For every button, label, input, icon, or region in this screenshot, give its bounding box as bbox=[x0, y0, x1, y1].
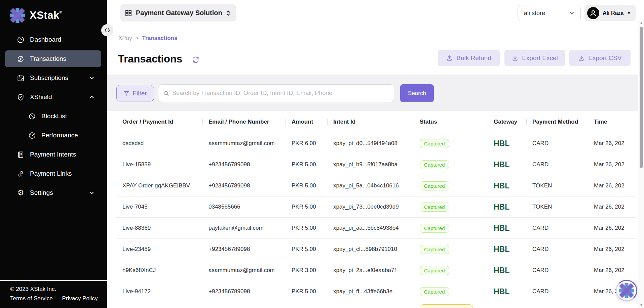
cell-gateway: HBL bbox=[488, 245, 526, 254]
caret-down-icon: ▼ bbox=[627, 11, 631, 15]
status-badge: Captured bbox=[420, 266, 449, 275]
privacy-policy-link[interactable]: Privacy Policy bbox=[62, 295, 98, 302]
search-input[interactable] bbox=[172, 90, 389, 97]
funnel-icon bbox=[123, 90, 129, 96]
sidebar-item-label: Subscriptions bbox=[30, 74, 68, 82]
cell-time: Mar 26, 202 bbox=[588, 267, 636, 274]
cell-order-id: Live-7045 bbox=[116, 204, 202, 210]
sidebar-item-performance[interactable]: Performance bbox=[0, 127, 107, 144]
grid-icon bbox=[125, 10, 132, 16]
cell-amount: PKR 5.00 bbox=[286, 161, 327, 168]
table-row[interactable]: Live-88369 payfaken@gmail.com PKR 5.00 x… bbox=[116, 217, 636, 238]
column-header-intent-id: Intent Id bbox=[327, 119, 414, 125]
table-row[interactable]: XPAY-Order-gqAKGEIBBV +923456789098 PKR … bbox=[116, 175, 636, 196]
status-badge: Captured bbox=[420, 245, 449, 254]
sidebar-item-label: Settings bbox=[30, 189, 53, 196]
table-row[interactable]: dsdsdsd asammumtaz@gmail.com PKR 6.00 xp… bbox=[116, 133, 636, 154]
chevron-up-icon bbox=[89, 95, 94, 99]
cell-order-id: h9Ks68XnCJ bbox=[116, 267, 202, 274]
cell-gateway: HBL bbox=[488, 287, 526, 296]
avatar bbox=[587, 7, 599, 19]
cell-intent-id: xpay_pi_73...0ee0cd39d9 bbox=[327, 204, 414, 210]
hbl-gateway-logo: HBL bbox=[494, 203, 509, 211]
cell-order-id: Live-94172 bbox=[116, 288, 202, 295]
cell-amount: PKR 5.00 bbox=[286, 182, 327, 189]
status-badge: Captured bbox=[420, 224, 449, 233]
bulk-refund-button[interactable]: Bulk Refund bbox=[438, 50, 500, 66]
cell-gateway: HBL bbox=[488, 160, 526, 169]
scrollbar-thumb[interactable] bbox=[640, 27, 643, 168]
cell-gateway: HBL bbox=[488, 203, 526, 212]
export-excel-button[interactable]: Export Excel bbox=[504, 50, 565, 66]
column-header-amount: Amount bbox=[286, 119, 327, 125]
filter-button[interactable]: Filter bbox=[116, 85, 154, 101]
search-button[interactable]: Search bbox=[400, 84, 434, 102]
cell-time: Mar 26, 202 bbox=[588, 225, 636, 231]
status-badge: Captured bbox=[420, 287, 449, 296]
widget-launcher-button[interactable] bbox=[616, 280, 637, 301]
cell-intent-id: xpay_pi_aa...5bc84938b4 bbox=[327, 225, 414, 231]
sidebar-item-dashboard[interactable]: Dashboard bbox=[0, 31, 107, 48]
cell-time: Mar 26, 202 bbox=[588, 246, 636, 253]
breadcrumb-xpay[interactable]: XPay bbox=[118, 35, 132, 42]
export-csv-button[interactable]: Export CSV bbox=[569, 50, 631, 66]
breadcrumb-transactions[interactable]: Transactions bbox=[142, 35, 178, 42]
cell-intent-id: xpay_pi_b9...5f017aa8ba bbox=[327, 161, 414, 168]
cell-order-id: XPAY-Order-gqAKGEIBBV bbox=[116, 182, 202, 189]
sidebar-item-payment-intents[interactable]: Payment Intents bbox=[0, 146, 107, 163]
sidebar-item-payment-links[interactable]: Payment Links bbox=[0, 165, 107, 182]
cell-status: Captured bbox=[414, 287, 488, 296]
cell-time: Mar 26, 202 bbox=[588, 204, 636, 210]
hbl-gateway-logo: HBL bbox=[494, 139, 509, 148]
cell-intent-id: xpay_pi_2a...ef0eaaba7f bbox=[327, 267, 414, 274]
cell-amount: PKR 6.00 bbox=[286, 140, 327, 147]
sidebar-item-label: Payment Links bbox=[30, 170, 72, 177]
user-menu[interactable]: Ali Raza ▼ bbox=[584, 5, 636, 21]
sidebar-item-settings[interactable]: ⚙ Settings bbox=[0, 184, 107, 201]
column-header-order-id: Order / Payment Id bbox=[116, 119, 202, 125]
column-header-time: Time bbox=[588, 119, 636, 125]
column-header-payment-method: Payment Method bbox=[526, 119, 588, 125]
table-row-partial[interactable] bbox=[116, 302, 636, 308]
cell-status: Captured bbox=[414, 266, 488, 275]
terms-of-service-link[interactable]: Terms of Service bbox=[10, 295, 53, 302]
table-row[interactable]: Live-7045 0348565666 PKR 5.00 xpay_pi_73… bbox=[116, 196, 636, 217]
cell-gateway: HBL bbox=[488, 181, 526, 190]
vertical-scrollbar[interactable]: ▲ ▼ bbox=[638, 19, 644, 308]
table-row[interactable]: Live-15859 +923456789098 PKR 5.00 xpay_p… bbox=[116, 154, 636, 175]
store-select[interactable]: ali store bbox=[518, 5, 581, 21]
refresh-button[interactable] bbox=[192, 56, 200, 64]
sidebar-item-subscriptions[interactable]: Subscriptions bbox=[0, 70, 107, 86]
table-row[interactable]: h9Ks68XnCJ asammumtaz@gmail.com PKR 3.00… bbox=[116, 260, 636, 281]
sidebar-item-xshield[interactable]: XShield bbox=[0, 89, 107, 105]
cell-intent-id: xpay_pi_ff...43ffe66b3e bbox=[327, 288, 414, 295]
status-badge: Captured bbox=[420, 160, 449, 169]
scrollbar-down-arrow[interactable]: ▼ bbox=[639, 303, 643, 307]
cell-payment-method: CARD bbox=[526, 225, 588, 231]
table-row[interactable]: Live-23489 +923456789098 PKR 5.00 xpay_p… bbox=[116, 238, 636, 260]
sidebar-item-transactions[interactable]: Transactions bbox=[5, 50, 101, 67]
column-header-status: Status bbox=[414, 119, 488, 125]
gear-icon: ⚙ bbox=[17, 189, 25, 196]
table-row[interactable]: Live-94172 +923456789098 PKR 5.00 xpay_p… bbox=[116, 281, 636, 302]
cell-amount: PKR 5.00 bbox=[286, 246, 327, 253]
transactions-table: Order / Payment Id Email / Phone Number … bbox=[116, 111, 636, 308]
logo[interactable]: XStak® bbox=[0, 0, 107, 31]
product-switcher-button[interactable]: Payment Gateway Solution bbox=[120, 4, 236, 21]
cell-payment-method: CARD bbox=[526, 267, 588, 274]
cell-status: Captured bbox=[414, 224, 488, 233]
sidebar-item-label: Transactions bbox=[30, 55, 66, 62]
cell-gateway: HBL bbox=[488, 266, 526, 275]
hbl-gateway-logo: HBL bbox=[494, 266, 509, 275]
xstak-logo-icon bbox=[10, 8, 25, 23]
scrollbar-up-arrow[interactable]: ▲ bbox=[639, 21, 643, 25]
shield-check-icon bbox=[17, 93, 25, 101]
user-name: Ali Raza bbox=[603, 10, 623, 16]
download-icon bbox=[512, 55, 518, 61]
store-select-value: ali store bbox=[524, 10, 545, 17]
chevron-down-icon bbox=[89, 190, 94, 195]
sidebar-item-blocklist[interactable]: BlockList bbox=[0, 108, 107, 125]
breadcrumb: XPay > Transactions bbox=[118, 35, 177, 42]
sidebar-collapse-button[interactable] bbox=[101, 24, 113, 36]
status-badge-partial bbox=[420, 304, 473, 308]
